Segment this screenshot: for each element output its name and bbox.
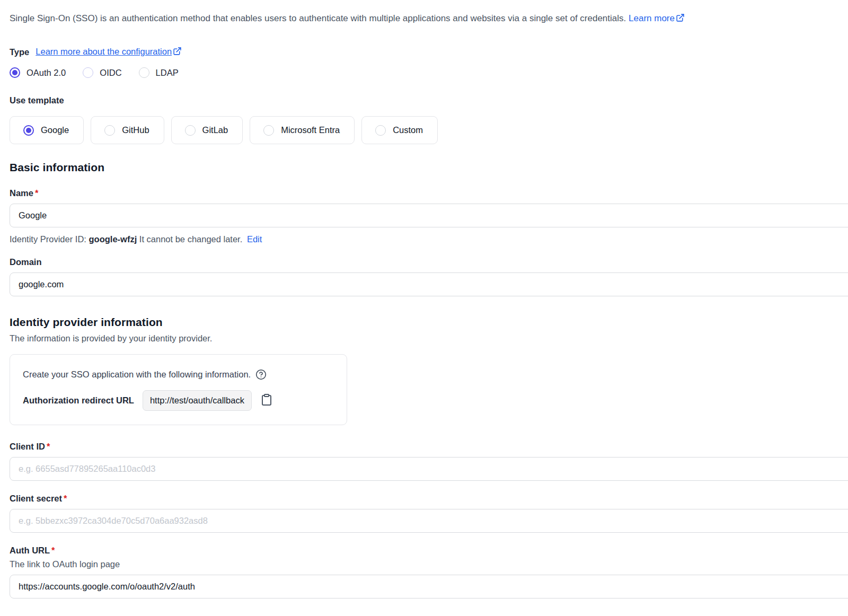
name-input[interactable] bbox=[10, 204, 848, 227]
help-circle-icon[interactable] bbox=[255, 369, 267, 380]
radio-circle-icon[interactable] bbox=[104, 125, 115, 136]
radio-ldap-label: LDAP bbox=[156, 68, 179, 78]
template-card-custom-label: Custom bbox=[393, 125, 423, 135]
client-id-label: Client ID* bbox=[10, 442, 848, 452]
info-box-title: Create your SSO application with the fol… bbox=[23, 369, 251, 380]
config-doc-link[interactable]: Learn more about the configuration bbox=[36, 47, 182, 58]
provider-id-suffix: It cannot be changed later. bbox=[139, 234, 242, 244]
template-card-google[interactable]: Google bbox=[10, 116, 84, 144]
clipboard-icon bbox=[260, 393, 273, 408]
radio-oidc-label: OIDC bbox=[100, 68, 121, 78]
use-template-label: Use template bbox=[10, 95, 848, 105]
type-label: Type bbox=[10, 47, 29, 57]
learn-more-link[interactable]: Learn more bbox=[629, 13, 685, 23]
domain-label: Domain bbox=[10, 257, 848, 267]
redirect-url-value: http://test/oauth/callback bbox=[143, 390, 252, 411]
external-link-icon bbox=[676, 13, 685, 25]
radio-circle-selected-icon[interactable] bbox=[10, 67, 20, 78]
auth-url-label-text: Auth URL bbox=[10, 545, 50, 555]
basic-information-heading: Basic information bbox=[10, 161, 848, 174]
template-card-microsoft-entra[interactable]: Microsoft Entra bbox=[250, 116, 355, 144]
learn-more-label: Learn more bbox=[629, 13, 675, 23]
radio-circle-icon[interactable] bbox=[139, 67, 149, 78]
external-link-icon bbox=[173, 47, 182, 58]
template-card-gitlab-label: GitLab bbox=[202, 125, 228, 135]
auth-url-hint: The link to OAuth login page bbox=[10, 559, 848, 569]
protocol-radio-group: OAuth 2.0 OIDC LDAP bbox=[10, 67, 848, 78]
client-id-label-text: Client ID bbox=[10, 442, 45, 451]
radio-circle-icon[interactable] bbox=[263, 125, 274, 136]
radio-oauth2[interactable]: OAuth 2.0 bbox=[10, 67, 66, 78]
template-card-microsoft-entra-label: Microsoft Entra bbox=[281, 125, 340, 135]
template-card-group: Google GitHub GitLab Microsoft Entra Cus… bbox=[10, 116, 848, 144]
domain-input[interactable] bbox=[10, 272, 848, 296]
config-doc-label: Learn more about the configuration bbox=[36, 47, 172, 56]
idp-information-subtitle: The information is provided by your iden… bbox=[10, 333, 848, 344]
provider-id-helper: Identity Provider ID: google-wfzj It can… bbox=[10, 234, 848, 244]
redirect-url-row: Authorization redirect URL http://test/o… bbox=[23, 390, 334, 411]
name-label-text: Name bbox=[10, 188, 33, 198]
radio-ldap[interactable]: LDAP bbox=[139, 67, 179, 78]
template-card-custom[interactable]: Custom bbox=[361, 116, 438, 144]
client-secret-label: Client secret* bbox=[10, 494, 848, 504]
radio-circle-icon[interactable] bbox=[185, 125, 196, 136]
template-card-google-label: Google bbox=[41, 125, 69, 135]
required-asterisk: * bbox=[64, 494, 67, 503]
sso-config-page: Single Sign-On (SSO) is an authenticatio… bbox=[0, 0, 848, 616]
required-asterisk: * bbox=[47, 442, 50, 451]
template-card-github-label: GitHub bbox=[122, 125, 149, 135]
provider-id-prefix: Identity Provider ID: bbox=[10, 234, 86, 244]
auth-url-label: Auth URL* bbox=[10, 545, 848, 556]
type-row: Type Learn more about the configuration bbox=[10, 47, 848, 58]
sso-description-text: Single Sign-On (SSO) is an authenticatio… bbox=[10, 13, 626, 23]
idp-information-heading: Identity provider information bbox=[10, 316, 848, 329]
required-asterisk: * bbox=[51, 545, 55, 555]
template-card-gitlab[interactable]: GitLab bbox=[171, 116, 243, 144]
client-id-input[interactable] bbox=[10, 457, 848, 481]
client-secret-input[interactable] bbox=[10, 509, 848, 533]
name-label: Name* bbox=[10, 188, 848, 198]
template-card-github[interactable]: GitHub bbox=[91, 116, 164, 144]
sso-application-info-box: Create your SSO application with the fol… bbox=[10, 354, 347, 425]
redirect-url-label: Authorization redirect URL bbox=[23, 395, 134, 406]
sso-description: Single Sign-On (SSO) is an authenticatio… bbox=[10, 13, 848, 25]
radio-circle-icon[interactable] bbox=[83, 67, 93, 78]
provider-id-value: google-wfzj bbox=[89, 234, 137, 244]
copy-button[interactable] bbox=[260, 393, 273, 408]
auth-url-input[interactable] bbox=[10, 575, 848, 599]
radio-oidc[interactable]: OIDC bbox=[83, 67, 121, 78]
info-box-title-row: Create your SSO application with the fol… bbox=[23, 369, 334, 380]
radio-circle-icon[interactable] bbox=[375, 125, 386, 136]
required-asterisk: * bbox=[35, 188, 38, 198]
edit-provider-id-link[interactable]: Edit bbox=[247, 234, 262, 244]
radio-oauth2-label: OAuth 2.0 bbox=[26, 68, 66, 78]
radio-circle-selected-icon[interactable] bbox=[23, 125, 34, 136]
client-secret-label-text: Client secret bbox=[10, 494, 62, 503]
